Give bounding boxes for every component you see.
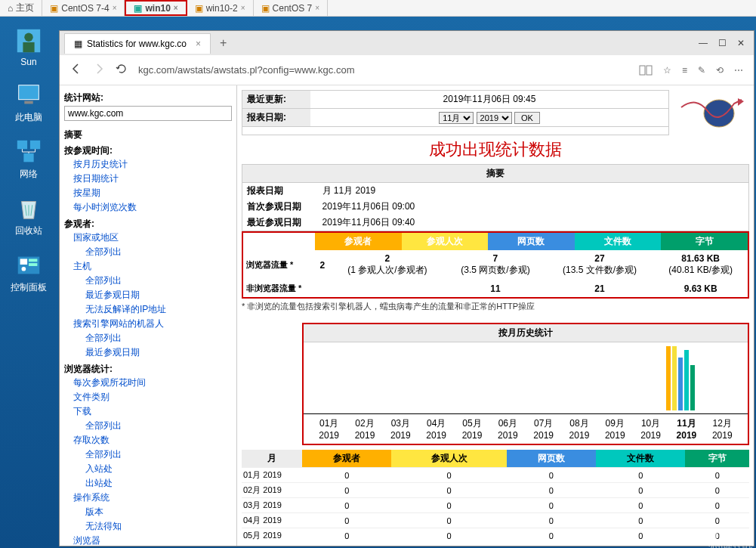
vm-icon: ▣ [50,3,58,14]
cell: 05月 2019 [242,528,302,543]
sidebar-link[interactable]: 全部列出 [64,447,232,462]
sidebar-link[interactable]: 下载 [64,404,232,419]
vm-tab-centos7[interactable]: ▣ CentOS 7 × [254,0,329,16]
url-text[interactable]: kgc.com/awstats/awstats.pl?config=www.kg… [138,64,628,76]
close-icon[interactable]: × [241,4,245,12]
sidebar-link[interactable]: 按星期 [64,186,232,200]
month-label: 06月2019 [490,417,526,441]
desktop-icon-network[interactable]: 网络 [6,138,51,181]
favorite-icon[interactable]: ☆ [663,65,671,76]
cell: 0 [302,498,391,513]
sidebar-link[interactable]: 每次参观所花时间 [64,376,232,390]
last-update-lbl: 最近更新: [242,91,310,109]
hub-icon[interactable]: ≡ [682,65,687,76]
cell: 0 [596,498,685,513]
year-select[interactable]: 2019 [477,112,512,124]
month-label: 10月2019 [633,417,668,441]
sidebar-link[interactable]: 全部列出 [64,245,232,259]
row-val: 2019年11月06日 09:40 [318,215,749,231]
hdr-visitors: 参观者 [315,233,402,250]
sidebar-link[interactable]: 最近参观日期 [64,345,232,360]
browser-window: ▦ Statistics for www.kgc.co × + — ☐ ✕ kg… [59,30,754,546]
cell: 0 [596,528,685,543]
month-label: 07月2019 [526,417,561,441]
svg-point-1 [24,33,32,42]
month-label: 12月2019 [705,417,740,441]
sidebar-link[interactable]: 全部列出 [64,331,232,345]
watermark: @51CTO博客 [683,530,748,543]
sidebar-link[interactable]: 全部列出 [64,419,232,433]
sidebar-link[interactable]: 最近参观日期 [64,288,232,302]
cell: 0 [302,483,391,498]
sub: (1 参观人次/参观者) [347,265,427,275]
new-tab-button[interactable]: + [212,33,234,53]
forward-button[interactable] [93,63,105,77]
sidebar-link[interactable]: 版本 [64,505,232,519]
sidebar-link[interactable]: 按月历史统计 [64,157,232,172]
month-select[interactable]: 11月 [439,112,474,124]
sidebar-link[interactable]: 出站处 [64,476,232,491]
desktop-icon-user[interactable]: Sun [6,26,51,67]
browser-tab[interactable]: ▦ Statistics for www.kgc.co × [64,33,211,54]
desktop-icon-recycle[interactable]: 回收站 [6,194,51,237]
month-label: 11月2019 [668,417,704,441]
desktop-icon-controlpanel[interactable]: 控制面板 [6,251,51,294]
th: 网页数 [507,450,596,468]
sidebar-link[interactable]: 入站处 [64,462,232,476]
ok-button[interactable]: OK [514,112,540,124]
notes-icon[interactable]: ✎ [698,65,705,76]
awstats-logo [674,90,749,135]
vm-tab-home[interactable]: ⌂ 主页 [0,0,42,16]
close-icon[interactable]: × [315,4,319,12]
cell: 0 [302,528,391,543]
svg-rect-5 [17,141,27,149]
close-icon[interactable]: ✕ [737,38,745,48]
vm-icon: ▣ [134,3,142,14]
close-icon[interactable]: × [174,4,178,12]
site-input[interactable] [64,106,232,121]
sidebar-link[interactable]: 搜索引擎网站的机器人 [64,317,232,331]
val [315,280,330,297]
site-label: 统计网站: [64,91,232,104]
sidebar-link[interactable]: 操作系统 [64,491,232,505]
svg-rect-9 [20,259,27,265]
reading-icon[interactable] [639,65,653,76]
close-icon[interactable]: × [113,4,117,12]
sidebar-link[interactable]: 全部列出 [64,274,232,288]
month-labels: 01月201902月201903月201904月201905月201906月20… [304,414,748,444]
minimize-icon[interactable]: — [699,38,708,48]
sidebar-link[interactable]: 按日期统计 [64,172,232,186]
maximize-icon[interactable]: ☐ [718,38,727,48]
cell: 0 [391,528,506,543]
desktop-icons: Sun 此电脑 网络 回收站 控制面板 [6,26,51,294]
sidebar-link[interactable]: 每小时浏览次数 [64,200,232,215]
close-icon[interactable]: × [196,39,201,49]
share-icon[interactable]: ⟲ [716,65,724,76]
sidebar-link[interactable]: 存取次数 [64,433,232,447]
cell: 0 [596,513,685,528]
cell: 0 [391,498,506,513]
more-icon[interactable]: ⋯ [734,65,743,76]
sidebar-category: 摘要 [64,128,232,141]
month-label: 04月2019 [418,417,454,441]
icon-label: 回收站 [15,224,42,237]
vm-tab-win10[interactable]: ▣ win10 × [125,0,187,16]
cell: 01月 2019 [242,468,302,483]
svg-point-12 [22,267,26,271]
th: 参观者 [302,450,391,468]
back-button[interactable] [70,63,82,77]
sidebar-link[interactable]: 国家或地区 [64,231,232,245]
sidebar-link[interactable]: 浏览器 [64,534,232,546]
sidebar-category: 参观者: [64,218,232,231]
refresh-button[interactable] [116,63,128,77]
sidebar-link[interactable]: 文件类别 [64,390,232,404]
vm-tab-win10-2[interactable]: ▣ win10-2 × [187,0,254,16]
month-label: 03月2019 [383,417,418,441]
stats-main: 最近更新: 2019年11月06日 09:45 报表日期: 11月 2019 O… [237,85,754,546]
sidebar-link[interactable]: 无法得知 [64,519,232,534]
desktop-icon-pc[interactable]: 此电脑 [6,81,51,124]
sidebar-link[interactable]: 无法反解译的IP地址 [64,302,232,317]
page-icon: ▦ [74,39,82,49]
sidebar-link[interactable]: 主机 [64,259,232,274]
vm-tab-centos74[interactable]: ▣ CentOS 7-4 × [42,0,125,16]
